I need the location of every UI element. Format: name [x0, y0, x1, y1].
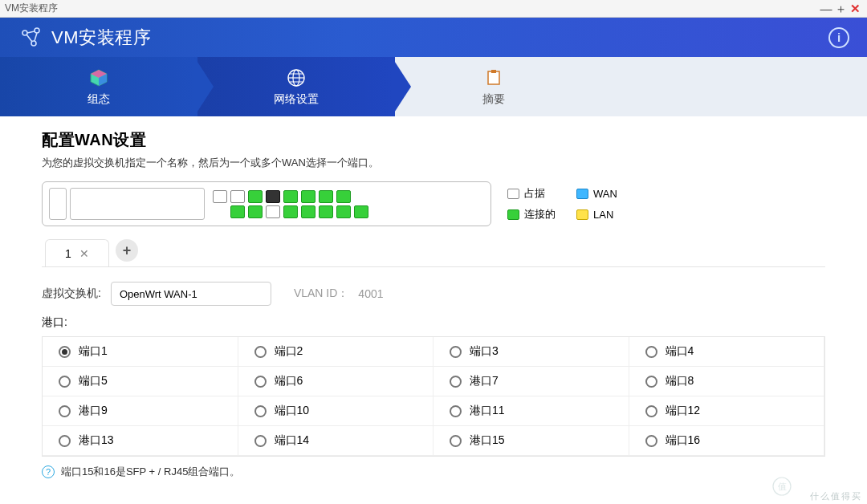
port-option[interactable]: 端口12	[629, 396, 825, 426]
port-legend: 占据 WAN 连接的 LAN	[507, 186, 617, 222]
vswitch-name-input[interactable]	[111, 282, 271, 306]
legend-label: WAN	[593, 188, 617, 200]
legend-swatch-lan	[576, 209, 588, 220]
legend-label: LAN	[593, 209, 613, 221]
radio-icon	[254, 376, 267, 388]
radio-icon	[59, 405, 71, 417]
port-option-label: 港口15	[470, 433, 505, 448]
port-option-label: 端口3	[470, 344, 499, 359]
port-option[interactable]: 端口3	[434, 337, 629, 367]
section-description: 为您的虚拟交换机指定一个名称，然后为一个或多个WAN选择一个端口。	[42, 156, 825, 170]
port-option-label: 端口8	[666, 374, 694, 388]
step-configuration[interactable]: 组态	[0, 57, 197, 116]
port-option-label: 港口7	[470, 374, 499, 388]
clipboard-icon	[482, 67, 505, 89]
window-titlebar: VM安装程序 — ＋ ✕	[0, 0, 867, 18]
device-port	[336, 190, 351, 203]
device-port	[248, 205, 263, 218]
step-label: 摘要	[482, 92, 505, 107]
port-option-label: 端口1	[79, 344, 108, 359]
radio-icon	[450, 346, 462, 358]
radio-icon	[645, 346, 657, 358]
port-option-label: 端口14	[275, 433, 310, 448]
port-option[interactable]: 端口6	[238, 367, 434, 396]
legend-swatch-connected	[507, 209, 519, 220]
port-option[interactable]: 端口2	[238, 337, 434, 367]
port-option-label: 端口6	[275, 374, 303, 388]
add-tab-button[interactable]: +	[116, 239, 138, 262]
hint-text: 端口15和16是SFP + / RJ45组合端口。	[61, 465, 240, 479]
cube-icon	[88, 67, 110, 89]
device-diagram	[42, 181, 491, 226]
close-icon[interactable]: ✕	[848, 2, 862, 14]
port-option-label: 端口4	[666, 344, 694, 359]
port-option[interactable]: 港口13	[43, 426, 238, 456]
app-header: VM安装程序 i	[0, 18, 867, 57]
svg-line-3	[26, 35, 32, 42]
svg-rect-15	[491, 70, 496, 73]
device-port	[283, 205, 298, 218]
step-summary[interactable]: 摘要	[395, 57, 592, 116]
legend-swatch-occupied	[507, 189, 519, 199]
radio-icon	[59, 346, 71, 358]
device-port	[248, 190, 263, 203]
port-option[interactable]: 港口15	[434, 426, 629, 456]
device-port	[301, 205, 315, 218]
port-option-label: 港口9	[79, 404, 108, 418]
tab-label: 1	[65, 247, 71, 260]
port-option-label: 港口11	[470, 404, 505, 418]
device-port	[213, 190, 227, 203]
legend-swatch-wan	[576, 189, 588, 199]
radio-icon	[645, 376, 657, 388]
port-option[interactable]: 港口9	[43, 396, 238, 426]
port-option[interactable]: 端口16	[629, 426, 825, 456]
lightbulb-icon: ?	[42, 465, 55, 478]
tab-wan-1[interactable]: 1 ✕	[45, 239, 109, 266]
device-port	[336, 205, 351, 218]
section-heading: 配置WAN设置	[42, 129, 825, 151]
port-option[interactable]: 端口8	[629, 367, 825, 396]
ports-label: 港口:	[42, 315, 825, 330]
info-icon[interactable]: i	[828, 27, 849, 48]
window-title: VM安装程序	[5, 2, 58, 15]
port-option-label: 端口5	[79, 374, 108, 388]
port-option[interactable]: 端口5	[43, 367, 238, 396]
vlan-id-value: 4001	[358, 287, 383, 300]
device-port	[230, 205, 245, 218]
port-option[interactable]: 端口10	[238, 396, 434, 426]
port-option-label: 港口13	[79, 433, 114, 448]
watermark-text: 什么值得买	[810, 490, 862, 502]
radio-icon	[59, 376, 71, 388]
app-logo-icon	[18, 24, 45, 51]
maximize-icon[interactable]: ＋	[833, 2, 848, 14]
radio-icon	[254, 346, 267, 358]
device-port	[283, 190, 298, 203]
device-port	[266, 205, 280, 218]
watermark-icon: 值	[772, 477, 792, 499]
port-option[interactable]: 端口14	[238, 426, 434, 456]
legend-label: 占据	[524, 186, 545, 201]
radio-icon	[645, 405, 657, 417]
device-port	[354, 205, 368, 218]
port-option[interactable]: 端口1	[43, 337, 238, 367]
svg-point-1	[35, 28, 39, 33]
port-option-label: 端口16	[666, 433, 701, 448]
radio-icon	[59, 435, 71, 447]
port-option[interactable]: 端口4	[629, 337, 825, 367]
port-option-label: 端口2	[275, 344, 303, 359]
svg-rect-14	[488, 71, 499, 84]
close-tab-icon[interactable]: ✕	[79, 247, 89, 260]
radio-icon	[645, 435, 657, 447]
port-option-label: 端口10	[275, 404, 310, 418]
svg-line-5	[35, 33, 37, 41]
radio-icon	[254, 435, 267, 447]
radio-icon	[450, 405, 462, 417]
step-network[interactable]: 网络设置	[197, 57, 395, 116]
legend-label: 连接的	[524, 207, 556, 222]
wizard-steps: 组态 网络设置 摘要	[0, 57, 867, 116]
minimize-icon[interactable]: —	[819, 2, 833, 14]
port-option[interactable]: 港口11	[434, 396, 629, 426]
port-option[interactable]: 港口7	[434, 367, 629, 396]
step-label: 网络设置	[274, 92, 319, 107]
step-label: 组态	[88, 92, 110, 107]
